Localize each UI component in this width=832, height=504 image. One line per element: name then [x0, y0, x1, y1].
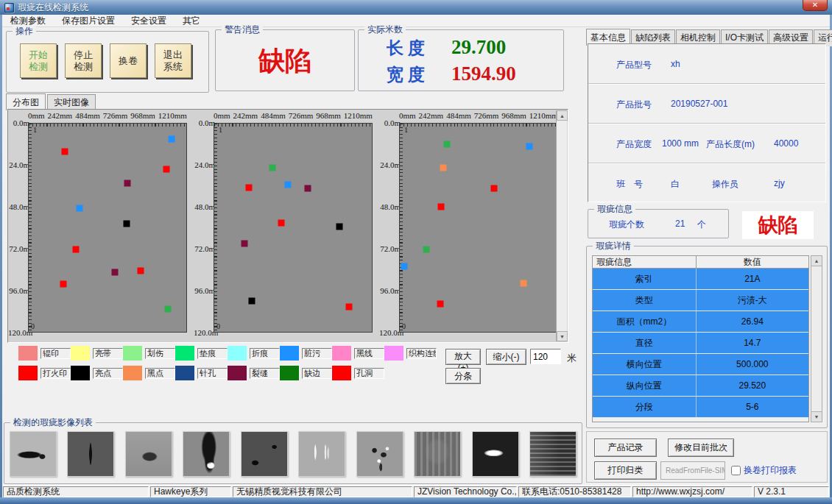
defect-point[interactable]	[245, 185, 252, 191]
defect-thumbnail[interactable]	[529, 431, 577, 477]
strip-zero-marker: 0	[216, 322, 220, 330]
x-tick-label: 1210mm	[529, 111, 558, 121]
product-length-value: 40000	[774, 138, 798, 149]
operation-button[interactable]: 换卷	[110, 43, 147, 78]
split-button[interactable]: 分条	[445, 368, 481, 384]
defect-point[interactable]	[111, 269, 118, 275]
defect-thumbnail[interactable]	[472, 431, 519, 477]
defect-point[interactable]	[285, 182, 292, 188]
modify-batch-button[interactable]: 修改目前批次	[668, 439, 734, 457]
strip-index-marker: 1	[219, 126, 222, 134]
menu-item[interactable]: 安全设置	[123, 15, 174, 27]
scroll-down-icon[interactable]: ▼	[557, 331, 568, 341]
operation-button[interactable]: 开始检测	[20, 43, 57, 78]
operation-button[interactable]: 停止检测	[65, 43, 102, 78]
plot-area-3: 1 0	[399, 123, 558, 333]
print-report-checkbox[interactable]	[731, 466, 741, 475]
defect-point[interactable]	[304, 185, 311, 192]
shift-label: 班 号	[616, 178, 643, 191]
shift-operator-row: 班 号 白 操作员 zjy	[588, 163, 825, 203]
defect-point[interactable]	[438, 204, 445, 210]
table-row[interactable]: 类型污渍-大	[593, 290, 808, 311]
window-title: 瑕疵在线检测系统	[18, 1, 88, 14]
defect-point[interactable]	[526, 143, 533, 149]
scroll-up-icon[interactable]: ▲	[557, 110, 568, 121]
defect-point[interactable]	[123, 221, 130, 227]
defect-point[interactable]	[346, 304, 353, 310]
plot-panel-2: 0mm242mm484mm726mm968mm1210mm 0.0m24.0m4…	[194, 110, 379, 342]
legend-item: 辊印	[18, 346, 71, 361]
table-row[interactable]: 面积（mm2）26.94	[593, 311, 808, 333]
defect-thumbnail[interactable]	[298, 431, 345, 477]
defect-point[interactable]	[165, 306, 172, 313]
defect-point[interactable]	[336, 224, 343, 230]
defect-point[interactable]	[241, 240, 247, 246]
range-input[interactable]	[530, 349, 561, 364]
y-tick-label: 48.0m	[9, 202, 29, 211]
legend-color-swatch	[228, 346, 247, 361]
y-axis-labels: 0.0m24.0m48.0m72.0m96.0m120.0m	[194, 110, 213, 342]
status-segment: JZVision Technology Co., Ltd.	[414, 486, 517, 497]
product-model-value: xh	[671, 59, 680, 69]
defect-thumbnail[interactable]	[241, 431, 288, 477]
defect-point[interactable]	[77, 205, 83, 212]
defect-point[interactable]	[444, 141, 451, 147]
defect-point[interactable]	[269, 164, 276, 171]
defect-point[interactable]	[169, 135, 175, 142]
menu-item[interactable]: 检测参数	[2, 15, 54, 27]
warning-group-title: 警告消息	[222, 24, 263, 35]
defect-point[interactable]	[124, 180, 130, 187]
defect-point[interactable]	[163, 166, 170, 172]
scroll-down-icon[interactable]: ▼	[811, 411, 822, 422]
plot-area-1: 1 0	[28, 123, 187, 333]
defect-thumbnail[interactable]	[183, 431, 230, 477]
defect-point[interactable]	[437, 301, 443, 308]
defect-point[interactable]	[73, 246, 80, 252]
table-row[interactable]: 横向位置500.000	[593, 354, 808, 375]
close-button[interactable]: ✕	[803, 0, 828, 11]
table-row[interactable]: 索引21A	[593, 269, 808, 290]
scroll-up-icon[interactable]: ▲	[811, 256, 822, 266]
legend-label: 黑线	[354, 348, 384, 359]
defect-thumbnail[interactable]	[125, 431, 172, 477]
menu-item[interactable]: 其它	[174, 15, 208, 27]
defect-point[interactable]	[60, 281, 66, 288]
defect-thumbnail[interactable]	[414, 431, 461, 477]
product-record-button[interactable]: 产品记录	[594, 439, 657, 457]
defect-point[interactable]	[440, 164, 447, 171]
zoom-in-button[interactable]: 放大(+)	[445, 349, 481, 365]
defect-point[interactable]	[278, 220, 285, 227]
table-row[interactable]: 纵向位置29.520	[593, 375, 808, 397]
y-tick-label: 48.0m	[194, 202, 215, 211]
legend-label: 织构连线	[406, 348, 437, 359]
defect-point[interactable]	[521, 280, 527, 287]
table-scrollbar[interactable]: ▲ ▼	[811, 255, 822, 422]
defect-thumbnail[interactable]	[67, 431, 114, 477]
defect-thumbnail[interactable]	[10, 431, 57, 477]
menu-item[interactable]: 保存图片设置	[54, 15, 123, 27]
operation-button[interactable]: 退出系统	[155, 43, 191, 78]
plot-scrollbar[interactable]: ▲ ▼	[556, 110, 567, 341]
legend-item: 脏污	[280, 346, 332, 361]
table-row[interactable]: 分段5-6	[593, 397, 808, 418]
read-from-file-button[interactable]: ReadFromFile-SIM	[660, 461, 725, 480]
defect-point[interactable]	[61, 148, 68, 155]
defect-count-value: 21	[675, 219, 685, 229]
defect-point[interactable]	[490, 185, 497, 192]
x-tick-label: 0mm	[214, 111, 230, 121]
x-tick-label: 968mm	[501, 111, 526, 121]
defect-point[interactable]	[137, 267, 144, 274]
defect-thumbnail[interactable]	[356, 431, 403, 477]
defect-details-title: 瑕疵详情	[593, 241, 634, 251]
status-segment: V 2.3.1	[754, 486, 829, 497]
table-row[interactable]: 直径14.7	[593, 333, 808, 354]
view-tab[interactable]: 分布图	[6, 93, 46, 110]
defect-point[interactable]	[423, 246, 429, 252]
legend-label: 亮带	[93, 348, 123, 359]
y-tick-label: 0.0m	[199, 118, 215, 127]
defect-point[interactable]	[401, 263, 408, 269]
print-classify-button[interactable]: 打印归类	[594, 461, 657, 480]
zoom-out-button[interactable]: 缩小(-)	[486, 349, 526, 365]
legend-label: 折痕	[250, 348, 280, 359]
defect-point[interactable]	[249, 298, 255, 305]
